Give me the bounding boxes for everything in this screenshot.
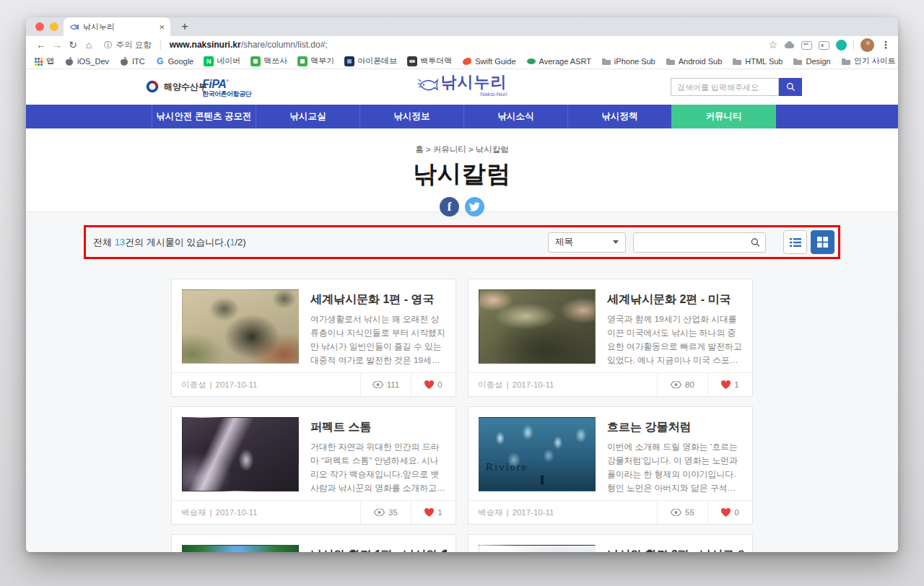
google-icon [155, 56, 165, 66]
annotation-red-box: 전체 13건의 게시물이 있습니다.(1/2) 제목 [84, 225, 840, 259]
bookmark-label: Swift Guide [475, 57, 515, 66]
back-icon[interactable]: ← [33, 40, 49, 50]
browser-toolbar: ← → ↻ ⌂ ⓘ 주의 요함 www.naksinuri.kr/share/c… [26, 36, 898, 53]
security-warning-label: 주의 요함 [116, 40, 152, 51]
bookmark-item[interactable]: 인기 사이트 [841, 56, 896, 66]
bookmark-item[interactable]: 아이폰데브 [344, 56, 397, 66]
bookmark-item[interactable]: Swift Guide [462, 56, 515, 66]
gov-logo[interactable]: 해양수산부 [144, 79, 207, 95]
card-footer: 백승재|2017-10-11 35 1 [172, 500, 456, 524]
bookmark-item[interactable]: 백투더맥 [407, 56, 452, 66]
extension-panel-icon[interactable] [801, 41, 812, 50]
tab-strip: 낚시누리 × + [26, 17, 898, 36]
card-title[interactable]: 세계낚시문화 2편 - 미국 [607, 292, 744, 307]
article-card[interactable]: Riviere 흐르는 강물처럼 이번에 소개해 드릴 영화는 ‘흐르는 강물처… [468, 406, 753, 525]
site-logo[interactable]: 낚시누리 Naksi-Nuri [417, 74, 507, 97]
likes-heart-icon[interactable] [424, 380, 434, 389]
nav-item-news[interactable]: 낚시소식 [463, 105, 567, 128]
bookmark-item[interactable]: 맥쓰사 [250, 56, 287, 66]
list-view-button[interactable] [783, 230, 807, 254]
bookmark-label: Android Sub [679, 57, 723, 66]
close-window-button[interactable] [35, 22, 44, 31]
bookmark-item[interactable]: Design [793, 56, 830, 66]
twitter-share-icon[interactable] [465, 197, 484, 217]
views-eye-icon [372, 381, 383, 388]
meta-divider: | [507, 380, 509, 389]
bookmark-item[interactable]: iPhone Sub [601, 56, 655, 66]
article-card[interactable]: 낚시와 환경 2편 - 낚시로 인한 환경 [468, 534, 753, 552]
nav-item-class[interactable]: 낚시교실 [256, 105, 359, 128]
card-title[interactable]: 퍼펙트 스톰 [310, 420, 447, 435]
bookmarks-bar: 앱iOS_DevITCGoogle네이버맥쓰사맥부기아이폰데브백투더맥Swift… [26, 53, 898, 69]
card-thumbnail [182, 545, 299, 552]
tab-close-icon[interactable]: × [159, 22, 165, 32]
likes-heart-icon[interactable] [424, 508, 434, 517]
likes-heart-icon[interactable] [721, 508, 731, 517]
bookmark-item[interactable]: 네이버 [204, 56, 240, 66]
forward-icon[interactable]: → [49, 40, 65, 50]
bookmark-item[interactable]: ITC [119, 56, 145, 66]
gov-emblem-icon [144, 79, 160, 95]
views-count: 35 [388, 508, 398, 517]
extension-camera-icon[interactable] [819, 41, 829, 50]
likes-heart-icon[interactable] [721, 380, 731, 389]
header-search-input[interactable] [671, 78, 779, 96]
bookmark-label: iOS_Dev [77, 57, 109, 66]
list-view-icon [790, 237, 801, 248]
folder-icon [732, 56, 742, 66]
nav-item-community[interactable]: 커뮤니티 [671, 105, 776, 128]
card-author: 백승재 [478, 507, 503, 518]
article-card[interactable]: 세계낚시문화 2편 - 미국 영국과 함께 19세기 산업화 시대를 이끈 미국… [468, 279, 753, 397]
article-card[interactable]: 낚시와 환경 1편 - 낚시와 환경 [171, 534, 456, 552]
url-host: www.naksinuri.kr [170, 40, 241, 50]
card-title[interactable]: 낚시와 환경 1편 - 낚시와 환경 [310, 548, 447, 552]
new-tab-button[interactable]: + [175, 17, 195, 36]
board-search-input[interactable] [639, 237, 751, 248]
dark-app-icon [407, 56, 417, 66]
info-icon[interactable]: ⓘ [104, 40, 113, 51]
board-search-icon[interactable] [751, 237, 760, 248]
reload-icon[interactable]: ↻ [65, 40, 81, 50]
bookmark-label: Average ASRT [539, 57, 591, 66]
gov-logo-label: 해양수산부 [164, 81, 207, 93]
nav-item-info[interactable]: 낚시정보 [359, 105, 463, 128]
bookmark-item[interactable]: Android Sub [666, 56, 723, 66]
logo-title: 낚시누리 [441, 74, 507, 90]
card-title[interactable]: 세계낚시문화 1편 - 영국 [310, 292, 447, 307]
grid-view-button[interactable] [811, 230, 834, 254]
facebook-share-icon[interactable] [440, 197, 459, 217]
bookmark-item[interactable]: Average ASRT [526, 56, 591, 66]
menu-more-icon[interactable]: ⋮ [881, 39, 891, 51]
article-card[interactable]: 세계낚시문화 1편 - 영국 여가생활로서 낚시는 꽤 오래전 상류층이나 지식… [171, 279, 456, 397]
omnibox[interactable]: ⓘ 주의 요함 www.naksinuri.kr/share/column/li… [104, 40, 328, 51]
board-area: 전체 13건의 게시물이 있습니다.(1/2) 제목 [26, 211, 898, 552]
fipa-logo[interactable]: FiPA° 한국어촌어항공단 [202, 77, 251, 99]
minimize-window-button[interactable] [50, 22, 58, 31]
card-title[interactable]: 낚시와 환경 2편 - 낚시로 인한 환경 [607, 548, 744, 552]
page-title: 낚시칼럼 [26, 158, 898, 191]
bookmark-label: iPhone Sub [614, 57, 655, 66]
bookmark-item[interactable]: HTML Sub [732, 56, 783, 66]
bookmark-item[interactable]: 앱 [33, 56, 54, 66]
bookmark-label: 맥쓰사 [263, 56, 287, 66]
search-category-select[interactable]: 제목 [548, 232, 626, 253]
nav-item-policy[interactable]: 낚시정책 [567, 105, 671, 128]
bookmark-item[interactable]: 맥부기 [297, 56, 334, 66]
card-thumbnail: Riviere [479, 417, 596, 491]
card-title[interactable]: 흐르는 강물처럼 [607, 420, 744, 435]
bookmark-label: HTML Sub [745, 57, 783, 66]
bookmark-star-icon[interactable]: ☆ [768, 40, 777, 50]
card-thumbnail [479, 289, 596, 364]
extension-cloud-icon[interactable] [784, 40, 795, 51]
home-icon[interactable]: ⌂ [81, 40, 97, 50]
bookmark-item[interactable]: iOS_Dev [64, 56, 109, 66]
card-footer: 백승재|2017-10-11 55 0 [468, 500, 752, 524]
card-footer: 이종성|2017-10-11 80 1 [468, 372, 752, 396]
nav-item-contest[interactable]: 낚시안전 콘텐츠 공모전 [152, 105, 256, 128]
article-card[interactable]: 퍼펙트 스톰 거대한 자연과 위대한 인간의 드라마 “퍼펙트 스톰” 안녕하세… [171, 406, 456, 525]
browser-tab[interactable]: 낚시누리 × [64, 17, 170, 36]
profile-avatar[interactable] [860, 38, 874, 52]
bookmark-item[interactable]: Google [155, 56, 193, 66]
extension-teal-icon[interactable] [836, 40, 847, 51]
header-search-button[interactable] [779, 78, 802, 96]
